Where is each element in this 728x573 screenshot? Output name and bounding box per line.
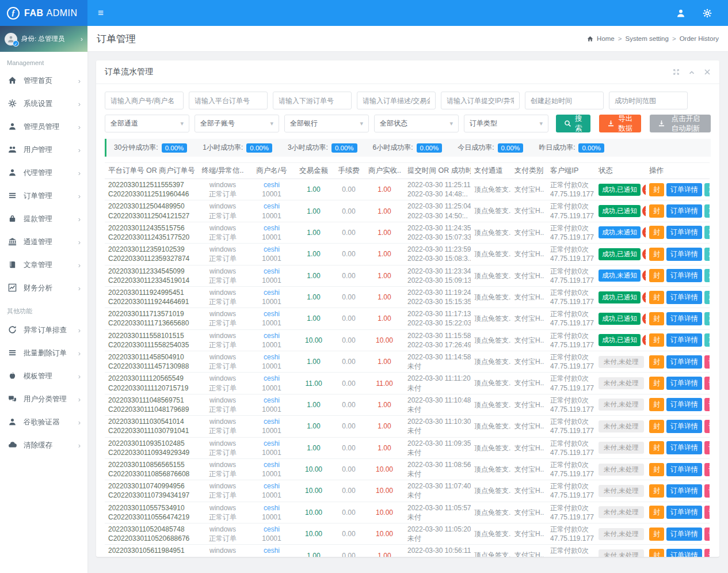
filter-select-4[interactable]: 订单类型▾ — [464, 115, 548, 132]
merchant-name-link[interactable]: ceshi — [252, 374, 291, 383]
sidebar-item-订单管理[interactable]: 订单管理 › — [0, 184, 87, 207]
merchant-name-link[interactable]: ceshi — [252, 396, 291, 405]
user-icon[interactable] — [676, 9, 685, 18]
sidebar-item-管理员管理[interactable]: 管理员管理 › — [0, 115, 87, 138]
merchant-name-link[interactable]: ceshi — [252, 503, 291, 513]
seal-order-button[interactable]: 封 — [649, 484, 664, 498]
filter-input-5[interactable] — [525, 92, 604, 109]
patch-notify-badge[interactable]: 补 — [642, 249, 646, 260]
merchant-name-link[interactable]: ceshi — [252, 352, 291, 362]
set-paid-button[interactable]: 设置为已支付 — [704, 506, 710, 519]
set-paid-button[interactable]: 设置为已支付 — [704, 441, 710, 454]
freeze-order-button[interactable]: 冻结订单 — [704, 312, 710, 325]
order-detail-button[interactable]: 订单详情 — [666, 355, 702, 369]
merchant-name-link[interactable]: ceshi — [252, 525, 291, 534]
sidebar-item-模板管理[interactable]: 模板管理 › — [0, 365, 87, 388]
sidebar-item-用户分类管理[interactable]: 用户分类管理 › — [0, 388, 87, 411]
sidebar-item-异常订单排查[interactable]: 异常订单排查 › — [0, 318, 87, 341]
seal-order-button[interactable]: 封 — [649, 355, 664, 369]
order-detail-button[interactable]: 订单详情 — [666, 484, 702, 498]
merchant-name-link[interactable]: ceshi — [252, 546, 291, 555]
merchant-name-link[interactable]: ceshi — [252, 202, 291, 211]
set-paid-button[interactable]: 设置为已支付 — [704, 463, 710, 476]
sidebar-item-财务分析[interactable]: 财务分析 › — [0, 276, 87, 299]
seal-order-button[interactable]: 封 — [649, 333, 664, 347]
patch-notify-badge[interactable]: 补 — [642, 270, 646, 281]
freeze-order-button[interactable]: 冻结订单 — [704, 291, 710, 304]
seal-order-button[interactable]: 封 — [649, 377, 664, 390]
freeze-order-button[interactable]: 冻结订单 — [704, 183, 710, 196]
order-detail-button[interactable]: 订单详情 — [666, 291, 702, 304]
order-detail-button[interactable]: 订单详情 — [666, 463, 702, 476]
seal-order-button[interactable]: 封 — [649, 420, 664, 433]
set-paid-button[interactable]: 设置为已支付 — [704, 528, 710, 541]
merchant-name-link[interactable]: ceshi — [252, 245, 291, 254]
filter-input-2[interactable] — [273, 92, 352, 109]
freeze-order-button[interactable]: 冻结订单 — [704, 204, 710, 218]
sidebar-item-谷歌验证器[interactable]: 谷歌验证器 › — [0, 411, 87, 434]
filter-input-6[interactable] — [609, 92, 688, 109]
seal-order-button[interactable]: 封 — [649, 506, 664, 519]
seal-order-button[interactable]: 封 — [649, 226, 664, 239]
order-detail-button[interactable]: 订单详情 — [666, 269, 702, 282]
merchant-name-link[interactable]: ceshi — [252, 288, 291, 297]
seal-order-button[interactable]: 封 — [649, 312, 664, 325]
sidebar-item-批量删除订单[interactable]: 批量删除订单 › — [0, 341, 87, 365]
order-detail-button[interactable]: 订单详情 — [666, 183, 702, 196]
order-detail-button[interactable]: 订单详情 — [666, 506, 702, 519]
patch-notify-badge[interactable]: 补 — [642, 292, 646, 303]
seal-order-button[interactable]: 封 — [649, 291, 664, 304]
auto-refresh-button[interactable]: 点击开启自动刷新 — [650, 115, 711, 132]
merchant-name-link[interactable]: ceshi — [252, 460, 291, 469]
sidebar-item-清除缓存[interactable]: 清除缓存 › — [0, 434, 87, 457]
freeze-order-button[interactable]: 冻结订单 — [704, 248, 710, 261]
collapse-icon[interactable] — [688, 69, 695, 75]
close-icon[interactable] — [704, 69, 711, 75]
patch-notify-badge[interactable]: 补 — [642, 184, 646, 195]
sidebar-item-通道管理[interactable]: 通道管理 › — [0, 230, 87, 253]
order-detail-button[interactable]: 订单详情 — [666, 441, 702, 454]
patch-notify-badge[interactable]: 补 — [642, 227, 646, 238]
expand-icon[interactable] — [673, 69, 680, 75]
breadcrumb-system-setting[interactable]: System setting — [625, 35, 668, 42]
freeze-order-button[interactable]: 冻结订单 — [704, 226, 710, 239]
gear-icon[interactable] — [703, 9, 712, 18]
export-data-button[interactable]: 导出数据 — [599, 115, 641, 132]
order-detail-button[interactable]: 订单详情 — [666, 377, 702, 390]
seal-order-button[interactable]: 封 — [649, 549, 664, 557]
filter-input-4[interactable] — [441, 92, 520, 109]
set-paid-button[interactable]: 设置为已支付 — [704, 420, 710, 433]
sidebar-item-系统设置[interactable]: 系统设置 › — [0, 92, 87, 115]
sidebar-item-管理首页[interactable]: 管理首页 › — [0, 69, 87, 92]
set-paid-button[interactable]: 设置为已支付 — [704, 377, 710, 390]
order-detail-button[interactable]: 订单详情 — [666, 312, 702, 325]
merchant-name-link[interactable]: ceshi — [252, 481, 291, 491]
seal-order-button[interactable]: 封 — [649, 204, 664, 218]
order-detail-button[interactable]: 订单详情 — [666, 398, 702, 411]
sidebar-item-代理管理[interactable]: 代理管理 › — [0, 161, 87, 184]
seal-order-button[interactable]: 封 — [649, 528, 664, 541]
order-detail-button[interactable]: 订单详情 — [666, 204, 702, 218]
seal-order-button[interactable]: 封 — [649, 441, 664, 454]
merchant-name-link[interactable]: ceshi — [252, 439, 291, 448]
filter-input-3[interactable] — [357, 92, 436, 109]
filter-input-0[interactable] — [105, 92, 184, 109]
sidebar-item-用户管理[interactable]: 用户管理 › — [0, 138, 87, 161]
filter-select-0[interactable]: 全部通道▾ — [105, 115, 189, 132]
sidebar-toggle-icon[interactable]: ≡ — [98, 8, 104, 18]
merchant-name-link[interactable]: ceshi — [252, 331, 291, 340]
merchant-name-link[interactable]: ceshi — [252, 267, 291, 276]
breadcrumb-home[interactable]: Home — [597, 35, 615, 42]
order-detail-button[interactable]: 订单详情 — [666, 333, 702, 347]
filter-select-2[interactable]: 全部银行▾ — [284, 115, 369, 132]
set-paid-button[interactable]: 设置为已支付 — [704, 484, 710, 498]
filter-select-3[interactable]: 全部状态▾ — [374, 115, 459, 132]
user-panel[interactable]: ✓ 身份: 总管理员 › — [0, 26, 87, 52]
merchant-name-link[interactable]: ceshi — [252, 417, 291, 426]
freeze-order-button[interactable]: 冻结订单 — [704, 333, 710, 347]
freeze-order-button[interactable]: 冻结订单 — [704, 269, 710, 282]
patch-notify-badge[interactable]: 补 — [642, 313, 646, 324]
seal-order-button[interactable]: 封 — [649, 269, 664, 282]
seal-order-button[interactable]: 封 — [649, 248, 664, 261]
order-detail-button[interactable]: 订单详情 — [666, 226, 702, 239]
